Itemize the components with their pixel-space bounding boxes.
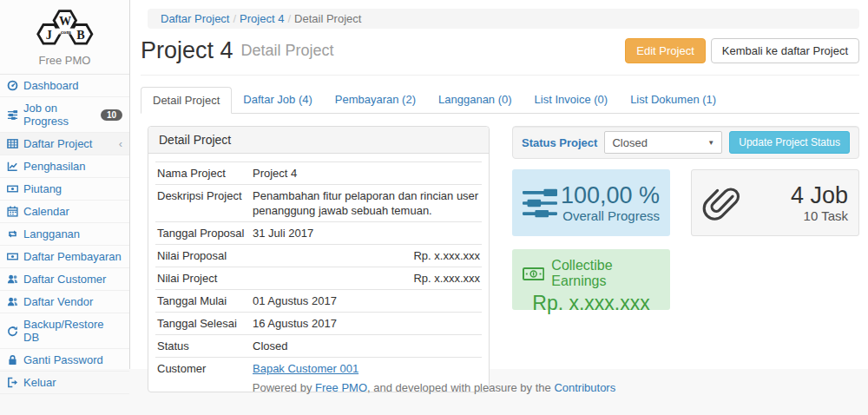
money-icon xyxy=(7,183,18,194)
page-header: Project 4 Detail Project Edit Project Ke… xyxy=(141,37,859,76)
sidebar-item-label: Daftar Customer xyxy=(23,273,106,286)
sign-out-icon xyxy=(7,377,18,388)
table-row-tanggal-proposal: Tanggal Proposal 31 Juli 2017 xyxy=(155,221,482,244)
table-row-nilai-project: Nilai Project Rp. x.xxx.xxx xyxy=(155,267,482,289)
status-select[interactable]: Closed ▼ xyxy=(604,131,722,154)
table-row-tanggal-mulai: Tanggal Mulai 01 Agustus 2017 xyxy=(155,289,482,312)
sidebar-item-piutang[interactable]: Piutang xyxy=(0,178,129,201)
tab-list-invoice[interactable]: List Invoice (0) xyxy=(523,87,620,114)
tab-langganan[interactable]: Langganan (0) xyxy=(427,87,523,114)
sidebar-item-calendar[interactable]: Calendar xyxy=(0,201,129,223)
jwb-logo-icon: J W B .com xyxy=(28,5,102,49)
panel-title: Detail Project xyxy=(148,127,489,154)
svg-text:J: J xyxy=(45,28,51,42)
tab-bar: Detail Project Daftar Job (4) Pembayaran… xyxy=(141,87,859,114)
sidebar-item-job-on-progress[interactable]: Job on Progress 10 xyxy=(0,97,129,133)
breadcrumb-project-4[interactable]: Project 4 xyxy=(240,12,284,25)
tab-detail-project[interactable]: Detail Project xyxy=(141,87,232,114)
table-row-nilai-proposal: Nilai Proposal Rp. x.xxx.xxx xyxy=(155,244,482,267)
job-count-value: 4 Job xyxy=(791,182,848,208)
retweet-icon xyxy=(7,228,18,240)
detail-project-panel: Detail Project Nama Project Project 4 De… xyxy=(148,126,490,392)
job-task-card: 4 Job 10 Task xyxy=(691,169,859,236)
task-count-value: 10 Task xyxy=(791,208,848,223)
app-logo: J W B .com Free PMO xyxy=(0,0,129,75)
footer-text-prefix: Powered by xyxy=(253,381,315,394)
sidebar-item-label: Ganti Password xyxy=(23,353,103,366)
edit-project-button[interactable]: Edit Project xyxy=(625,38,705,63)
sidebar-menu: Dashboard Job on Progress 10 Daftar Proj… xyxy=(0,75,129,394)
sidebar-item-keluar[interactable]: Keluar xyxy=(0,372,129,394)
sidebar-item-label: Daftar Project xyxy=(23,137,92,150)
users-icon xyxy=(7,273,18,285)
overall-progress-value: 100,00 % xyxy=(561,182,660,208)
update-project-status-button[interactable]: Update Project Status xyxy=(729,131,850,154)
job-count-badge: 10 xyxy=(101,109,122,121)
sidebar-item-label: Backup/Restore DB xyxy=(23,318,122,344)
sidebar-item-ganti-password[interactable]: Ganti Password xyxy=(0,349,129,372)
tab-pembayaran[interactable]: Pembayaran (2) xyxy=(324,87,427,114)
tab-list-dokumen[interactable]: List Dokumen (1) xyxy=(619,87,727,114)
sidebar-item-label: Piutang xyxy=(23,182,62,195)
line-chart-icon xyxy=(7,161,18,172)
table-row-tanggal-selesai: Tanggal Selesai 16 Agustus 2017 xyxy=(155,312,482,334)
customer-link[interactable]: Bapak Customer 001 xyxy=(253,362,358,375)
table-row-deskripsi-project: Deskripsi Project Penambahan fitur pelap… xyxy=(155,184,482,221)
contributors-link[interactable]: Contributors xyxy=(554,381,615,394)
earnings-value: Rp. x.xxx.xxx xyxy=(523,292,660,315)
refresh-icon xyxy=(7,326,18,337)
sidebar-item-backup-restore-db[interactable]: Backup/Restore DB xyxy=(0,313,129,349)
svg-text:W: W xyxy=(58,14,70,28)
footer-text-middle: , and developed with pleasure by the xyxy=(367,381,554,394)
sidebar: J W B .com Free PMO Dashboard Job on Pro… xyxy=(0,0,130,369)
status-project-bar: Status Project Closed ▼ Update Project S… xyxy=(512,126,859,159)
sidebar-item-label: Dashboard xyxy=(23,79,79,92)
overall-progress-label: Overall Progress xyxy=(561,208,660,223)
sidebar-item-label: Calendar xyxy=(23,205,69,218)
tasks-icon xyxy=(523,188,557,218)
breadcrumb-daftar-project[interactable]: Daftar Project xyxy=(161,12,229,25)
status-project-label: Status Project xyxy=(522,136,597,149)
sidebar-item-label: Langganan xyxy=(23,227,80,240)
lock-icon xyxy=(7,354,18,366)
breadcrumb-separator: / xyxy=(287,12,291,25)
free-pmo-link[interactable]: Free PMO xyxy=(315,381,367,394)
breadcrumb-current: Detail Project xyxy=(294,12,361,25)
money-icon xyxy=(7,251,18,262)
sidebar-item-label: Daftar Vendor xyxy=(23,295,93,308)
paperclip-icon xyxy=(702,184,740,222)
main-content: Daftar Project/Project 4/Detail Project … xyxy=(130,0,868,369)
earnings-label: Collectibe Earnings xyxy=(551,258,660,289)
svg-text:.com: .com xyxy=(59,29,71,35)
table-row-nama-project: Nama Project Project 4 xyxy=(155,161,482,184)
sidebar-item-daftar-customer[interactable]: Daftar Customer xyxy=(0,268,129,291)
svg-text:B: B xyxy=(76,28,85,42)
dashboard-icon xyxy=(7,80,18,91)
breadcrumb: Daftar Project/Project 4/Detail Project xyxy=(148,9,859,29)
sidebar-item-label: Daftar Pembayaran xyxy=(23,250,122,263)
calendar-icon xyxy=(7,206,18,217)
app-window: J W B .com Free PMO Dashboard Job on Pro… xyxy=(0,0,868,369)
back-to-project-list-button[interactable]: Kembali ke daftar Project xyxy=(711,38,859,63)
users-icon xyxy=(7,296,18,307)
breadcrumb-separator: / xyxy=(233,12,236,25)
overall-progress-card: 100,00 % Overall Progress xyxy=(512,169,670,236)
chevron-down-icon: ▼ xyxy=(707,139,714,147)
table-row-status: Status Closed xyxy=(155,334,482,357)
tasks-icon xyxy=(7,109,18,121)
sidebar-item-langganan[interactable]: Langganan xyxy=(0,223,129,246)
sidebar-item-daftar-project[interactable]: Daftar Project ‹ xyxy=(0,133,129,155)
tab-daftar-job[interactable]: Daftar Job (4) xyxy=(232,87,323,114)
sidebar-item-daftar-vendor[interactable]: Daftar Vendor xyxy=(0,291,129,313)
sidebar-item-dashboard[interactable]: Dashboard xyxy=(0,75,129,97)
page-subtitle: Detail Project xyxy=(241,42,334,60)
status-select-value: Closed xyxy=(612,136,647,149)
sidebar-item-daftar-pembayaran[interactable]: Daftar Pembayaran xyxy=(0,246,129,268)
table-icon xyxy=(7,138,18,149)
sidebar-item-label: Job on Progress xyxy=(23,102,95,128)
app-name: Free PMO xyxy=(0,54,129,67)
right-column: Status Project Closed ▼ Update Project S… xyxy=(512,126,859,392)
table-row-customer: Customer Bapak Customer 001 xyxy=(155,357,482,379)
sidebar-item-label: Keluar xyxy=(23,376,56,389)
sidebar-item-penghasilan[interactable]: Penghasilan xyxy=(0,155,129,178)
